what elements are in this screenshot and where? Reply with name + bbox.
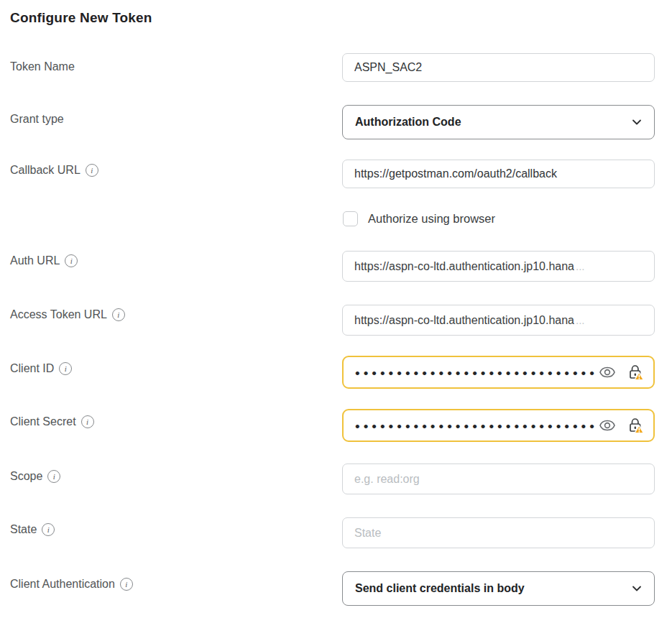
client-authentication-label: Client Authentication i [10,576,133,592]
state-label: State i [10,522,55,538]
client-id-input[interactable]: •••••••••••••••••••••••••••••••••• [342,356,655,389]
state-input[interactable] [342,517,655,548]
scope-input[interactable] [342,464,655,494]
eye-icon[interactable] [599,417,616,434]
client-secret-masked-value: •••••••••••••••••••••••••••••••••• [355,420,594,433]
access-token-url-value: https://aspn-co-ltd.authentication.jp10.… [354,314,574,327]
client-secret-input[interactable]: •••••••••••••••••••••••••••••••••• [342,409,655,442]
scope-label: Scope i [10,469,60,484]
token-name-label: Token Name [10,59,75,75]
configure-token-form: Configure New Token Token Name Grant typ… [0,0,672,618]
info-icon[interactable]: i [112,308,125,321]
access-token-url-label: Access Token URL i [10,307,125,323]
chevron-down-icon [631,116,643,128]
info-icon[interactable]: i [42,523,55,536]
client-authentication-select[interactable]: Send client credentials in body [342,571,655,606]
chevron-down-icon [631,583,643,594]
auth-url-value: https://aspn-co-ltd.authentication.jp10.… [354,260,574,273]
truncation-ellipsis: ... [576,314,585,326]
token-name-input[interactable] [342,53,655,82]
authorize-browser-row: Authorize using browser [343,211,495,226]
auth-url-label: Auth URL i [10,253,78,269]
access-token-url-input[interactable]: https://aspn-co-ltd.authentication.jp10.… [342,305,655,336]
info-icon[interactable]: i [81,415,94,428]
info-icon[interactable]: i [65,254,78,267]
authorize-browser-checkbox[interactable] [343,211,358,226]
client-id-masked-value: •••••••••••••••••••••••••••••••••• [355,366,594,380]
eye-icon[interactable] [599,364,616,381]
grant-type-select[interactable]: Authorization Code [342,105,655,139]
grant-type-value: Authorization Code [355,116,624,129]
client-id-label: Client ID i [10,361,72,377]
lock-warning-icon[interactable] [626,416,645,435]
callback-url-input[interactable] [342,160,655,188]
page-title: Configure New Token [10,10,152,26]
callback-url-label: Callback URL i [10,162,98,178]
info-icon[interactable]: i [120,578,133,591]
truncation-ellipsis: ... [576,260,585,272]
info-icon[interactable]: i [47,470,60,483]
auth-url-input[interactable]: https://aspn-co-ltd.authentication.jp10.… [342,251,655,282]
client-authentication-value: Send client credentials in body [355,582,624,595]
authorize-browser-label[interactable]: Authorize using browser [368,212,495,226]
info-icon[interactable]: i [86,164,98,177]
grant-type-label: Grant type [10,111,64,127]
info-icon[interactable]: i [59,362,72,375]
lock-warning-icon[interactable] [626,363,645,382]
client-secret-label: Client Secret i [10,414,94,430]
